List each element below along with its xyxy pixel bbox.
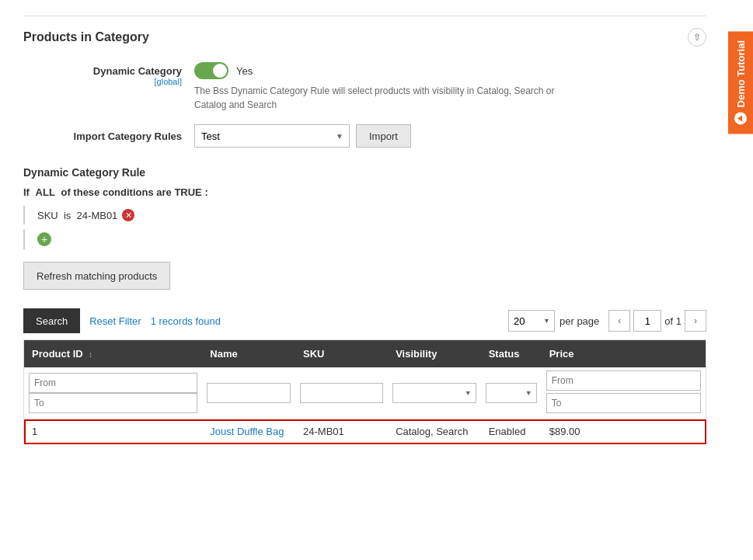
filter-product-id-to[interactable] [29,393,197,413]
filter-name-cell [202,367,295,419]
condition-item: SKU is 24-MB01 ✕ [23,206,706,224]
filter-sku-cell [295,367,388,419]
col-visibility: Visibility [388,340,481,368]
filter-product-id-from[interactable] [29,373,197,393]
cell-sku: 24-MB01 [295,419,388,444]
filter-status-wrapper: Enabled Disabled [486,383,537,403]
dynamic-category-toggle[interactable] [194,62,228,79]
add-condition-area: + [23,229,706,249]
demo-tutorial-label: Demo Tutorial [735,40,747,107]
rule-section: Dynamic Category Rule If ALL of these co… [23,166,706,249]
col-price: Price [542,340,706,368]
search-button[interactable]: Search [23,308,80,333]
records-found: 1 records found [151,315,221,327]
page-title: Products in Category [23,30,149,44]
table-row: 1 Joust Duffle Bag 24-MB01 Catalog, Sear… [24,419,706,444]
cell-price: $89.00 [542,419,706,444]
dynamic-category-info: The Bss Dynamic Category Rule will selec… [194,84,583,112]
table-filter-row: Catalog Search Catalog, Search Not Visib… [24,367,706,419]
condition-header: If ALL of these conditions are TRUE : [23,186,706,198]
condition-all: ALL [36,186,55,198]
demo-tutorial-sidebar[interactable]: Demo Tutorial [728,31,753,134]
per-page-select-wrapper: 20 50 100 [508,310,555,332]
import-category-row: Import Category Rules Test Import [70,124,706,148]
product-name-link[interactable]: Joust Duffle Bag [210,426,284,437]
filter-price-cell [542,367,706,419]
col-status: Status [481,340,542,368]
import-category-select[interactable]: Test [194,124,350,148]
filter-visibility-cell: Catalog Search Catalog, Search Not Visib… [388,367,481,419]
rule-section-title: Dynamic Category Rule [23,166,706,179]
sort-icon-product-id[interactable]: ↕ [89,350,92,359]
dynamic-category-sub-label: [global] [70,77,182,86]
toggle-wrapper: Yes [194,62,706,79]
page-number-input[interactable] [633,310,661,332]
import-button[interactable]: Import [356,124,411,148]
prev-page-button[interactable]: ‹ [608,310,630,332]
filter-visibility-wrapper: Catalog Search Catalog, Search Not Visib… [392,383,476,403]
dynamic-category-row: Dynamic Category [global] Yes The Bss Dy… [70,62,706,112]
next-page-button[interactable]: › [685,310,706,332]
filter-product-id-cell [24,367,203,419]
condition-delete-button[interactable]: ✕ [122,209,134,221]
import-category-label: Import Category Rules [70,130,194,142]
dynamic-category-control: Yes The Bss Dynamic Category Rule will s… [194,62,706,112]
filter-price-to[interactable] [546,393,701,413]
per-page-wrapper: 20 50 100 per page [508,310,599,332]
cell-product-id: 1 [24,419,203,444]
col-name: Name [202,340,295,368]
filter-status-cell: Enabled Disabled [481,367,542,419]
section-header: Products in Category ⇧ [23,16,706,47]
table-header-row: Product ID ↕ Name SKU Visibility Status [24,340,706,368]
cell-status: Enabled [481,419,542,444]
cell-name: Joust Duffle Bag [202,419,295,444]
refresh-matching-products-button[interactable]: Refresh matching products [23,262,170,290]
search-toolbar: Search Reset Filter 1 records found 20 5… [23,302,706,339]
add-condition-button[interactable]: + [37,232,51,246]
import-select-area: Test Import [194,124,411,148]
per-page-label: per page [560,315,599,327]
filter-visibility-select[interactable]: Catalog Search Catalog, Search Not Visib… [392,383,476,403]
filter-price-from[interactable] [546,370,701,391]
filter-name[interactable] [207,383,291,403]
per-page-select[interactable]: 20 50 100 [508,310,555,332]
col-sku: SKU [295,340,388,368]
filter-status-select[interactable]: Enabled Disabled [486,383,537,403]
cell-visibility: Catalog, Search [388,419,481,444]
collapse-button[interactable]: ⇧ [688,28,706,47]
reset-filter-link[interactable]: Reset Filter [89,315,141,327]
products-table: Product ID ↕ Name SKU Visibility Status [23,339,706,444]
play-icon [734,112,747,124]
toggle-label: Yes [236,65,253,77]
condition-attribute: SKU is 24-MB01 [37,210,117,221]
dynamic-category-label: Dynamic Category [global] [70,62,194,86]
import-select-wrapper: Test [194,124,350,148]
filter-sku[interactable] [300,383,383,403]
col-product-id: Product ID ↕ [24,340,203,368]
page-of: of 1 [664,315,682,327]
pagination: ‹ of 1 › [608,310,706,332]
